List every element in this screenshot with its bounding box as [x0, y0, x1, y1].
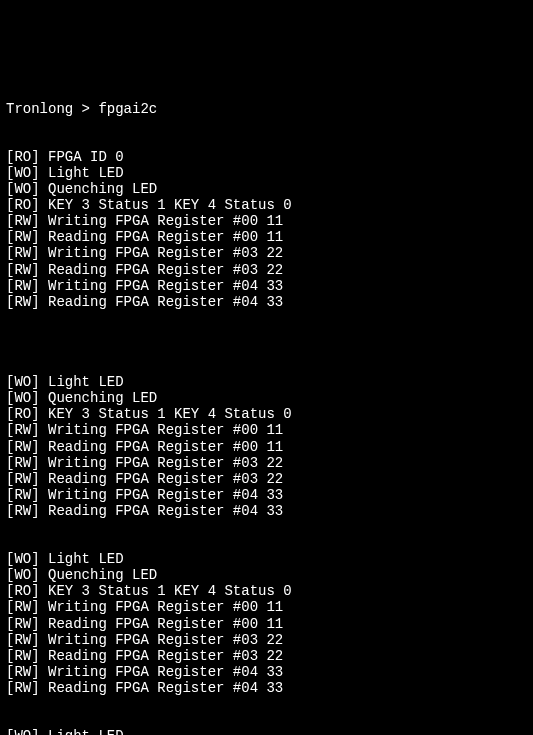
- blank-line: [6, 712, 527, 728]
- blank-line: [6, 696, 527, 712]
- log-line: [RO] FPGA ID 0: [6, 149, 527, 165]
- log-line: [RW] Writing FPGA Register #00 11: [6, 422, 527, 438]
- log-line: [RO] KEY 3 Status 1 KEY 4 Status 0: [6, 583, 527, 599]
- blank-line: [6, 342, 527, 358]
- log-line: [RO] KEY 3 Status 1 KEY 4 Status 0: [6, 406, 527, 422]
- log-line: [RW] Writing FPGA Register #03 22: [6, 455, 527, 471]
- log-line: [RW] Reading FPGA Register #00 11: [6, 616, 527, 632]
- log-line: [RW] Reading FPGA Register #00 11: [6, 439, 527, 455]
- log-line: [RW] Reading FPGA Register #04 33: [6, 680, 527, 696]
- log-line: [RW] Reading FPGA Register #03 22: [6, 648, 527, 664]
- blank-line: [6, 358, 527, 374]
- log-line: [RW] Reading FPGA Register #04 33: [6, 503, 527, 519]
- log-line: [WO] Quenching LED: [6, 390, 527, 406]
- header-block: [RO] FPGA ID 0[WO] Light LED[WO] Quenchi…: [6, 149, 527, 310]
- blank-line: [6, 519, 527, 535]
- log-line: [WO] Quenching LED: [6, 181, 527, 197]
- log-line: [RW] Reading FPGA Register #03 22: [6, 471, 527, 487]
- log-line: [RW] Reading FPGA Register #04 33: [6, 294, 527, 310]
- log-line: [RW] Writing FPGA Register #03 22: [6, 245, 527, 261]
- log-line: [RW] Reading FPGA Register #03 22: [6, 262, 527, 278]
- log-line: [RW] Writing FPGA Register #04 33: [6, 487, 527, 503]
- repeat-blocks: [WO] Light LED[WO] Quenching LED[RO] KEY…: [6, 342, 527, 735]
- log-line: [RW] Writing FPGA Register #00 11: [6, 599, 527, 615]
- log-line: [WO] Light LED: [6, 374, 527, 390]
- terminal-output: Tronlong > fpgai2c [RO] FPGA ID 0[WO] Li…: [6, 68, 527, 735]
- log-line: [RW] Writing FPGA Register #03 22: [6, 632, 527, 648]
- log-line: [RW] Reading FPGA Register #00 11: [6, 229, 527, 245]
- blank-line: [6, 535, 527, 551]
- log-line: [RW] Writing FPGA Register #04 33: [6, 664, 527, 680]
- prompt-line: Tronlong > fpgai2c: [6, 101, 527, 117]
- log-line: [RW] Writing FPGA Register #00 11: [6, 213, 527, 229]
- log-line: [RO] KEY 3 Status 1 KEY 4 Status 0: [6, 197, 527, 213]
- log-line: [WO] Light LED: [6, 728, 527, 735]
- log-line: [RW] Writing FPGA Register #04 33: [6, 278, 527, 294]
- log-line: [WO] Light LED: [6, 551, 527, 567]
- log-line: [WO] Quenching LED: [6, 567, 527, 583]
- log-line: [WO] Light LED: [6, 165, 527, 181]
